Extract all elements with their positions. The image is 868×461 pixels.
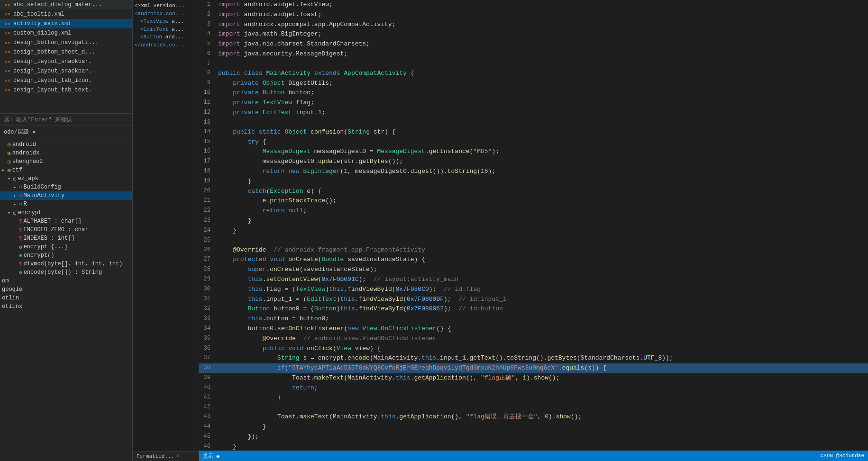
tree-label: shenghuo2 — [12, 158, 43, 165]
xml-file-icon: ✕ — [4, 1, 11, 9]
tree-label: google — [2, 286, 22, 293]
tree-item-otlin[interactable]: otlin — [0, 294, 132, 302]
panel-title-text: ode/层级 ✕ — [4, 129, 36, 136]
tree-arrow: ▾ — [8, 176, 13, 181]
field-icon: ¶ — [19, 227, 22, 233]
tree-item-alphabet[interactable]: ¶ ALPHABET : char[] — [0, 217, 132, 226]
tree-label: ez_apk — [18, 175, 38, 182]
code-line-8: 8 public class MainActivity extends AppC… — [199, 69, 868, 79]
file-item-custom-dialog[interactable]: ✕ custom_dialog.xml — [0, 28, 132, 38]
code-line-9: 9 private Object DigestUtils; — [199, 79, 868, 89]
field-icon: ¶ — [19, 235, 22, 241]
xml-line: <TextView a... — [135, 18, 197, 26]
tree-label: om — [2, 278, 9, 284]
file-item-design-bottom-nav[interactable]: ✕ design_bottom_navigati... — [0, 38, 132, 47]
code-line-15: 15 try { — [199, 137, 868, 147]
tree-label: otlinx — [2, 303, 22, 310]
search-hint: 器: 输入"Enter" 来确认 — [4, 117, 72, 123]
tree-arrow: ▸ — [2, 167, 8, 173]
code-line-21: 21 e.printStackTrace(); — [199, 196, 868, 206]
tree-item-encode[interactable]: ⚙ encode(byte[]) : String — [0, 268, 132, 277]
field-icon: ¶ — [19, 218, 22, 224]
file-item-design-bottom-sheet[interactable]: ✕ design_bottom_sheet_d... — [0, 47, 132, 57]
file-name: design_layout_tab_icon. — [13, 77, 92, 84]
formatted-bar: Formatted... > — [133, 451, 199, 461]
code-line-36: 36 public void onClick(View view) { — [199, 344, 868, 354]
code-line-18: 18 return new BigInteger(1, messageDiges… — [199, 167, 868, 177]
xml-file-icon: ✕ — [4, 77, 11, 84]
code-line-37: 37 String s = encrypt.encode(MainActivit… — [199, 353, 868, 363]
code-line-1: 1 import android.widget.TextView; — [199, 0, 868, 10]
tree-item-encrypt-block[interactable]: ⚙ encrypt {...} — [0, 243, 132, 251]
tree-item-mainactivity[interactable]: ▸ ○ MainActivity — [0, 191, 132, 200]
file-name: design_layout_snackbar. — [13, 58, 92, 65]
xml-line: </androidx.co... — [135, 41, 197, 49]
code-line-26: 26 @Override // androidx.fragment.app.Fr… — [199, 245, 868, 255]
code-line-29: 29 this.setContentView(0x7F0B001C); // l… — [199, 275, 868, 285]
tree-item-r[interactable]: ▸ ○ R — [0, 200, 132, 208]
tree-label: INDEXES : int[] — [24, 235, 75, 242]
tree-arrow: ▸ — [13, 193, 19, 199]
status-bar-content: 提示 ◉ CSDN @Sciurdae — [203, 452, 864, 460]
code-line-6: 6 import java.security.MessageDigest; — [199, 49, 868, 59]
file-item-design-snackbar2[interactable]: ✕ design_layout_snackbar. — [0, 66, 132, 76]
tree-item-androidx[interactable]: ⊞ androidx — [0, 149, 132, 157]
code-line-13: 13 — [199, 118, 868, 127]
status-right: CSDN @Sciurdae — [821, 453, 864, 459]
tree-item-om[interactable]: om — [0, 277, 132, 285]
status-left: 提示 ◉ — [203, 452, 219, 460]
main-panel: 1 import android.widget.TextView; 2 impo… — [199, 0, 868, 461]
xml-line: <EditText a... — [135, 26, 197, 34]
code-line-12: 12 private EditText input_1; — [199, 108, 868, 118]
tree-label: ENCODED_ZERO : char — [24, 226, 89, 233]
tree-item-otlinx[interactable]: otlinx — [0, 302, 132, 311]
code-area[interactable]: 1 import android.widget.TextView; 2 impo… — [199, 0, 868, 451]
package-icon: ⊞ — [13, 176, 17, 182]
file-item-design-tab-icon[interactable]: ✕ design_layout_tab_icon. — [0, 76, 132, 85]
formatted-label: Formatted... — [137, 453, 174, 459]
tree-arrow: ▸ — [13, 184, 19, 190]
package-icon: ⊞ — [8, 150, 11, 156]
tree-item-encrypt-method[interactable]: ⚙ encrypt() — [0, 251, 132, 260]
tree-label: MainActivity — [24, 192, 64, 199]
tree-item-ctf[interactable]: ▸ ⊞ ctf — [0, 166, 132, 174]
tree-item-android[interactable]: ⊞ android — [0, 140, 132, 149]
code-line-11: 11 private TextView flag; — [199, 98, 868, 108]
method-icon: ⚙ — [19, 270, 22, 276]
file-item-design-tab-text[interactable]: ✕ design_layout_tab_text. — [0, 85, 132, 95]
code-line-32: 32 Button button0 = (Button)this.findVie… — [199, 304, 868, 314]
code-line-5: 5 import java.nio.charset.StandardCharse… — [199, 39, 868, 49]
file-item-activity-main[interactable]: ✕ activity_main.xml — [0, 19, 132, 28]
xml-line: <androidx.con... — [135, 10, 197, 18]
tree-item-ez-apk[interactable]: ▾ ⊞ ez_apk — [0, 174, 132, 183]
class-icon: ○ — [19, 193, 22, 199]
file-item-design-snackbar1[interactable]: ✕ design_layout_snackbar. — [0, 57, 132, 66]
tree-item-buildconfig[interactable]: ▸ ○ BuildConfig — [0, 183, 132, 191]
code-line-46: 46 } — [199, 442, 868, 451]
code-line-3: 3 import androidx.appcompat.app.AppCompa… — [199, 20, 868, 30]
xml-file-icon: ✕ — [4, 39, 11, 46]
tree-item-encrypt[interactable]: ▾ ⊞ encrypt — [0, 208, 132, 217]
file-name: activity_main.xml — [13, 20, 71, 27]
tree-item-google[interactable]: google — [0, 285, 132, 294]
panel-title: ode/层级 ✕ — [0, 126, 132, 138]
class-icon: ○ — [19, 201, 22, 207]
tree-label: encrypt() — [24, 252, 55, 259]
package-icon: ⊞ — [8, 167, 11, 173]
code-line-30: 30 this.flag = (TextView)this.findViewBy… — [199, 285, 868, 295]
tree-label: encrypt {...} — [24, 244, 68, 250]
tree-label: androidx — [12, 150, 40, 156]
tree-item-shenghuo2[interactable]: ⊞ shenghuo2 — [0, 157, 132, 166]
code-line-17: 17 messageDigest0.update(str.getBytes())… — [199, 157, 868, 167]
file-item-abc-select[interactable]: ✕ abc_select_dialog_mater... — [0, 0, 132, 9]
tree-arrow: ▸ — [13, 201, 19, 207]
xml-preview[interactable]: <?xml version... <androidx.con... <TextV… — [133, 0, 199, 451]
tree-item-divmod[interactable]: ¶ divmod(byte[], int, int, int) — [0, 260, 132, 268]
status-bar: 提示 ◉ CSDN @Sciurdae — [199, 451, 868, 461]
file-item-abc-tooltip[interactable]: ✕ abc_tooltip.xml — [0, 9, 132, 19]
xml-file-icon: ✕ — [4, 48, 11, 56]
file-name: abc_tooltip.xml — [13, 11, 64, 18]
xml-file-icon: ✕ — [4, 10, 11, 18]
tree-item-encoded-zero[interactable]: ¶ ENCODED_ZERO : char — [0, 226, 132, 234]
tree-item-indexes[interactable]: ¶ INDEXES : int[] — [0, 234, 132, 243]
